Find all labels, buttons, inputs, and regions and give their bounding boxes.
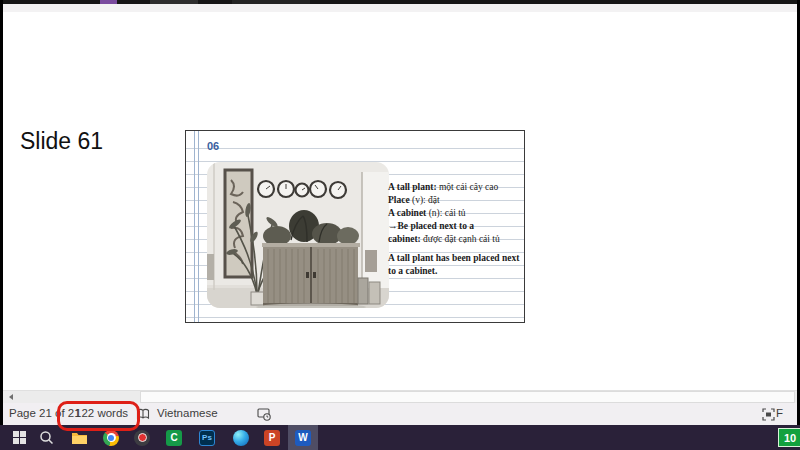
slide-image[interactable]: 06 xyxy=(185,130,525,323)
slide-margin-rule xyxy=(194,131,199,322)
vocab-term: cabinet: xyxy=(388,234,421,244)
example-sentence: A tall plant has been placed next to a c… xyxy=(388,252,521,278)
photoshop-icon: Ps xyxy=(199,430,215,446)
vocab-list: A tall plant: một cái cây cao Place (v):… xyxy=(388,181,521,246)
camtasia-icon: C xyxy=(166,430,182,446)
record-icon xyxy=(134,430,150,446)
screen-border-left xyxy=(0,0,3,425)
focus-label[interactable]: F xyxy=(776,407,783,419)
vocab-term: A tall plant: xyxy=(388,182,437,192)
vocab-meaning: được đặt cạnh cái tủ xyxy=(421,234,500,244)
accessibility-checker-icon[interactable] xyxy=(257,407,271,423)
word-icon: W xyxy=(295,430,311,446)
scroll-left-arrow-icon[interactable] xyxy=(3,391,19,403)
taskbar-screen-recorder[interactable] xyxy=(127,425,157,450)
vocab-term: A cabinet xyxy=(388,208,426,218)
focus-mode-icon[interactable] xyxy=(762,408,775,423)
vocab-line: Place (v): đặt xyxy=(388,194,521,207)
horizontal-scrollbar[interactable] xyxy=(3,390,797,403)
taskbar-chrome[interactable] xyxy=(96,425,126,450)
vocab-line: →Be placed next to a xyxy=(388,220,521,233)
slide-number: 06 xyxy=(207,140,219,152)
page-indicator[interactable]: Page 21 of 21 xyxy=(9,407,81,419)
vocab-term: Place xyxy=(388,195,410,205)
taskbar-camtasia[interactable]: C xyxy=(159,425,189,450)
edge-icon xyxy=(233,430,249,446)
windows-logo-icon xyxy=(13,431,26,444)
vocab-meaning: một cái cây cao xyxy=(437,182,499,192)
chrome-icon xyxy=(103,430,119,446)
vocab-line: A tall plant: một cái cây cao xyxy=(388,181,521,194)
vocab-term: Be placed next to a xyxy=(398,221,475,231)
room-photo-illustration xyxy=(207,162,389,308)
taskbar-photoshop[interactable]: Ps xyxy=(192,425,222,450)
vocab-meaning: (v): đặt xyxy=(410,195,440,205)
powerpoint-icon: P xyxy=(264,430,280,446)
vocab-line: cabinet: được đặt cạnh cái tủ xyxy=(388,233,521,246)
scrollbar-thumb[interactable] xyxy=(140,391,795,403)
taskbar-search-button[interactable] xyxy=(31,425,61,450)
taskbar-word-active[interactable]: W xyxy=(288,425,318,450)
notification-badge[interactable]: 10 xyxy=(778,428,800,447)
taskbar-powerpoint[interactable]: P xyxy=(257,425,287,450)
word-count[interactable]: 122 words xyxy=(75,407,128,419)
status-bar: Page 21 of 21 122 words Vietnamese F xyxy=(3,403,797,425)
slide-caption: Slide 61 xyxy=(20,128,103,155)
taskbar-edge[interactable] xyxy=(226,425,256,450)
vocab-prefix: → xyxy=(388,221,398,231)
screen: Slide 61 06 xyxy=(0,0,800,450)
language-indicator[interactable]: Vietnamese xyxy=(157,407,218,419)
taskbar: C Ps P W xyxy=(0,425,800,450)
taskbar-file-explorer[interactable] xyxy=(64,425,94,450)
start-button[interactable] xyxy=(4,425,34,450)
folder-icon xyxy=(71,431,88,445)
search-icon xyxy=(39,430,54,445)
proofing-book-icon[interactable] xyxy=(136,407,150,423)
vocab-meaning: (n): cái tủ xyxy=(426,208,465,218)
collapsed-ribbon-strip xyxy=(3,4,797,12)
vocab-line: A cabinet (n): cái tủ xyxy=(388,207,521,220)
slide-photo xyxy=(207,162,389,308)
